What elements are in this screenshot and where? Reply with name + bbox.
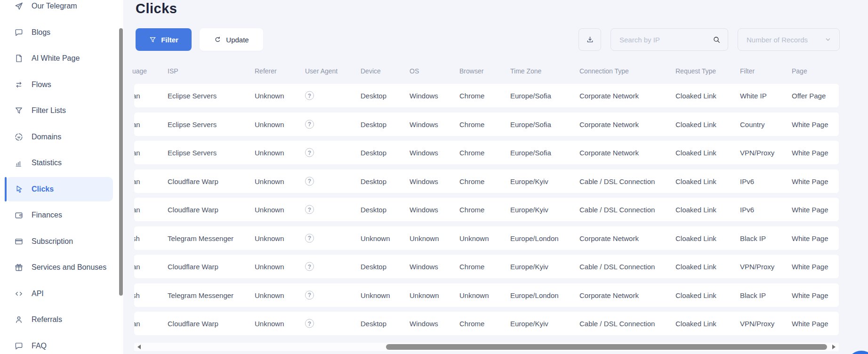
search-icon[interactable]	[712, 35, 721, 44]
sidebar-item-ai-white-page[interactable]: AI White Page	[6, 46, 113, 71]
cell-req: Cloaked Link	[675, 291, 716, 299]
sidebar-item-label: Our Telegram	[32, 2, 77, 10]
user-agent-help-icon[interactable]: ?	[305, 262, 314, 271]
sidebar-item-clicks[interactable]: Clicks	[6, 177, 113, 201]
cell-page: White Page	[792, 177, 828, 185]
cell-os: Unknown	[410, 234, 439, 242]
page-title: Clicks	[136, 1, 177, 16]
download-button[interactable]	[579, 28, 601, 51]
table-row: anCloudflare WarpUnknown?DesktopWindowsC…	[134, 198, 839, 221]
code-icon	[14, 289, 24, 298]
cell-page: White Page	[792, 320, 828, 328]
cell-os: Windows	[410, 320, 438, 328]
cell-device: Desktop	[361, 263, 386, 271]
cell-browser: Chrome	[459, 92, 484, 100]
cell-browser: Unknown	[459, 291, 489, 299]
update-button[interactable]: Update	[200, 28, 263, 51]
sidebar-item-statistics[interactable]: Statistics	[6, 151, 113, 175]
user-agent-help-icon[interactable]: ?	[305, 205, 314, 214]
scroll-left-arrow-icon[interactable]	[137, 345, 141, 349]
sidebar-item-filter-lists[interactable]: Filter Lists	[6, 98, 113, 123]
user-agent-help-icon[interactable]: ?	[305, 177, 314, 185]
sidebar-item-finances[interactable]: Finances	[6, 203, 113, 227]
cell-lang: an	[134, 92, 140, 100]
sidebar-item-label: Finances	[32, 211, 62, 219]
cell-tz: Europe/Sofia	[510, 149, 551, 157]
cell-tz: Europe/London	[510, 234, 559, 242]
cell-isp: Cloudflare Warp	[168, 206, 218, 214]
sidebar-item-blogs[interactable]: Blogs	[6, 20, 113, 45]
cell-browser: Chrome	[459, 320, 484, 328]
column-header: Filter	[740, 67, 755, 75]
cell-tz: Europe/London	[510, 291, 559, 299]
sidebar-item-api[interactable]: API	[6, 282, 113, 306]
cell-os: Windows	[410, 263, 438, 271]
sidebar-item-flows[interactable]: Flows	[6, 72, 113, 97]
cell-device: Desktop	[361, 120, 386, 128]
page-icon	[14, 54, 24, 63]
column-header: User Agent	[305, 67, 338, 75]
sidebar-item-label: Domains	[32, 133, 61, 141]
sidebar-item-subscription[interactable]: Subscription	[6, 229, 113, 254]
number-of-records-dropdown[interactable]: Number of Records	[738, 28, 840, 51]
cell-os: Windows	[410, 120, 438, 128]
wallet-icon	[14, 210, 24, 220]
sidebar-item-label: FAQ	[32, 342, 47, 350]
horizontal-scrollbar-thumb[interactable]	[386, 344, 827, 350]
cell-tz: Europe/Kyiv	[510, 320, 548, 328]
cell-device: Unknown	[361, 234, 390, 242]
user-agent-help-icon[interactable]: ?	[305, 290, 314, 299]
sidebar-item-referrals[interactable]: Referrals	[6, 307, 113, 332]
cell-filter: IPv6	[740, 177, 754, 185]
cell-req: Cloaked Link	[675, 320, 716, 328]
flows-icon	[14, 80, 24, 89]
globe-icon	[14, 132, 24, 142]
column-header: uage	[132, 67, 147, 75]
horizontal-scrollbar[interactable]	[134, 343, 839, 351]
cell-tz: Europe/Kyiv	[510, 177, 548, 185]
cell-device: Desktop	[361, 92, 386, 100]
cell-req: Cloaked Link	[675, 177, 716, 185]
user-agent-help-icon[interactable]: ?	[305, 120, 314, 129]
sidebar-item-label: Clicks	[32, 185, 54, 193]
cell-referer: Unknown	[255, 177, 284, 185]
sidebar-item-domains[interactable]: Domains	[6, 125, 113, 149]
user-agent-help-icon[interactable]: ?	[305, 148, 314, 157]
sidebar-item-label: Blogs	[32, 28, 50, 37]
cell-referer: Unknown	[255, 291, 284, 299]
cell-filter: VPN/Proxy	[740, 149, 774, 157]
cell-browser: Chrome	[459, 177, 484, 185]
table-row: anEclipse ServersUnknown?DesktopWindowsC…	[134, 113, 839, 136]
cell-browser: Chrome	[459, 120, 484, 128]
user-agent-help-icon[interactable]: ?	[305, 233, 314, 242]
cell-conn: Corporate Network	[579, 120, 639, 128]
column-header: Page	[792, 67, 807, 75]
sidebar-scrollbar-thumb[interactable]	[119, 28, 123, 296]
search-input[interactable]	[611, 36, 712, 44]
user-agent-help-icon[interactable]: ?	[305, 91, 314, 100]
gift-icon	[14, 263, 24, 272]
cell-lang: an	[134, 320, 140, 328]
user-agent-help-icon[interactable]: ?	[305, 319, 314, 328]
chart-icon	[14, 158, 24, 168]
cell-filter: Black IP	[740, 291, 766, 299]
comment-icon	[14, 28, 24, 37]
cell-device: Desktop	[361, 206, 386, 214]
sidebar-item-label: AI White Page	[32, 54, 80, 63]
sidebar-item-faq[interactable]: FAQ	[6, 334, 113, 354]
sidebar-item-services-and-bonuses[interactable]: Services and Bonuses	[6, 255, 113, 280]
sidebar-item-our-telegram[interactable]: Our Telegram	[6, 0, 113, 18]
filter-button[interactable]: Filter	[136, 28, 192, 51]
cell-isp: Eclipse Servers	[168, 120, 217, 128]
cell-conn: Cable / DSL Connection	[579, 206, 655, 214]
cell-lang: an	[134, 177, 140, 185]
cell-tz: Europe/Kyiv	[510, 206, 548, 214]
sidebar-item-label: API	[32, 290, 44, 298]
scroll-right-arrow-icon[interactable]	[832, 345, 836, 349]
download-icon	[586, 35, 595, 44]
cell-isp: Cloudflare Warp	[168, 263, 218, 271]
cell-filter: White IP	[740, 92, 767, 100]
cell-page: White Page	[792, 263, 828, 271]
cell-tz: Europe/Sofia	[510, 120, 551, 128]
person-icon	[14, 315, 24, 324]
